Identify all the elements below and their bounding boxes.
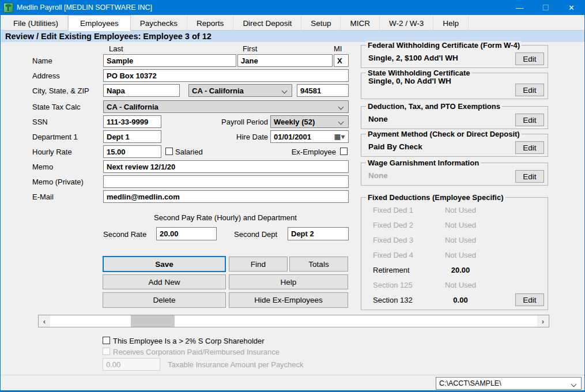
last-column-header: Last [109, 44, 123, 53]
hire-date-label: Hire Date [191, 133, 268, 141]
payroll-period-dropdown[interactable]: Weekly (52) [270, 115, 349, 128]
taxable-insurance-amount-field: 0.00 [103, 358, 160, 371]
corp-insurance-checkbox [103, 348, 110, 355]
section-125-value: Not Used [435, 281, 486, 289]
tab-paychecks[interactable]: Paychecks [131, 16, 187, 31]
exemptions-value: None [368, 115, 388, 123]
chevron-down-icon [338, 104, 344, 110]
ex-employee-checkbox[interactable] [340, 148, 348, 155]
state-withholding-value: Single, 0, No Add'l WH [368, 77, 451, 85]
maximize-button[interactable]: ☐ [533, 0, 558, 15]
exemptions-title: Deduction, Tax, and PTO Exemptions [366, 102, 502, 111]
retirement-label: Retirement [373, 266, 410, 274]
fixed-ded-1-value: Not Used [435, 206, 486, 214]
status-bar: C:\ACCT\SAMPLE\ [1, 375, 584, 390]
s-corp-shareholder-checkbox[interactable] [103, 337, 110, 344]
state-withholding-title: State Withholding Certificate [366, 69, 472, 77]
calendar-icon[interactable]: ▦▾ [334, 133, 345, 141]
close-button[interactable]: ✕ [558, 0, 584, 15]
find-button[interactable]: Find [229, 257, 288, 272]
fixed-ded-4-label: Fixed Ded 4 [373, 251, 413, 259]
federal-withholding-title: Federal Withholding Certificate (Form W-… [366, 41, 522, 50]
state-dropdown-value: CA - California [192, 86, 244, 95]
fixed-ded-1-label: Fixed Ded 1 [373, 206, 413, 214]
data-path-dropdown[interactable]: C:\ACCT\SAMPLE\ [436, 377, 582, 390]
save-button[interactable]: Save [103, 256, 226, 272]
ssn-field[interactable]: 111-33-9999 [103, 115, 161, 128]
tab-file-utilities[interactable]: File (Utilities) [4, 16, 68, 31]
federal-withholding-panel: Federal Withholding Certificate (Form W-… [361, 45, 548, 68]
state-tax-calc-dropdown[interactable]: CA - California [103, 100, 349, 113]
department-field[interactable]: Dept 1 [103, 130, 161, 143]
section-125-label: Section 125 [373, 281, 413, 289]
tab-employees[interactable]: Employees [68, 15, 131, 31]
hourly-rate-label: Hourly Rate [32, 148, 72, 156]
second-rate-field[interactable]: 20.00 [156, 227, 217, 240]
delete-button[interactable]: Delete [103, 292, 226, 308]
hourly-rate-field[interactable]: 15.00 [103, 145, 161, 158]
city-state-zip-label: City, State, & ZIP [32, 86, 89, 95]
hire-date-value: 01/01/2001 [274, 133, 311, 141]
help-button[interactable]: Help [229, 274, 348, 289]
hide-ex-employees-button[interactable]: Hide Ex-Employees [229, 292, 348, 308]
fixed-ded-2-label: Fixed Ded 2 [373, 221, 413, 229]
wage-garnishment-panel: Wage Garnishment Information None Edit [361, 163, 548, 186]
section-132-label: Section 132 [373, 296, 413, 304]
add-new-button[interactable]: Add New [103, 274, 226, 289]
address-field[interactable]: PO Box 10372 [103, 69, 349, 82]
scroll-right-icon[interactable]: › [537, 315, 549, 327]
tab-direct-deposit[interactable]: Direct Deposit [233, 16, 301, 31]
wage-garnishment-edit-button[interactable]: Edit [515, 170, 544, 183]
exemptions-panel: Deduction, Tax, and PTO Exemptions None … [361, 106, 548, 129]
payment-method-edit-button[interactable]: Edit [515, 141, 544, 154]
memo-label: Memo [32, 163, 53, 171]
chevron-down-icon [338, 119, 344, 125]
tab-help[interactable]: Help [433, 16, 469, 31]
fixed-ded-2-value: Not Used [435, 221, 486, 229]
state-withholding-edit-button[interactable]: Edit [515, 84, 544, 96]
middle-initial-field[interactable]: X [334, 54, 349, 67]
scroll-left-icon[interactable]: ‹ [39, 315, 50, 327]
page-header: Review / Edit Existing Employees: Employ… [1, 31, 584, 42]
last-name-field[interactable]: Sample [103, 54, 236, 67]
state-dropdown[interactable]: CA - California [188, 84, 292, 97]
tab-setup[interactable]: Setup [301, 16, 341, 31]
memo-field[interactable]: Next review 12/1/20 [103, 160, 349, 173]
fixed-deductions-title: Fixed Deductions (Employee Specific) [366, 193, 505, 202]
app-icon [3, 3, 13, 13]
exemptions-edit-button[interactable]: Edit [515, 114, 544, 126]
state-tax-calc-value: CA - California [107, 103, 158, 111]
tab-reports[interactable]: Reports [187, 16, 233, 31]
app-window: Medlin Payroll [MEDLIN SOFTWARE INC] — ☐… [0, 0, 585, 392]
mi-column-header: MI [334, 44, 342, 53]
totals-button[interactable]: Totals [289, 257, 348, 272]
retirement-value: 20.00 [435, 266, 486, 274]
address-label: Address [32, 71, 60, 80]
second-rate-label: Second Rate [103, 230, 146, 239]
city-field[interactable]: Napa [103, 84, 180, 97]
hire-date-field[interactable]: 01/01/2001 ▦▾ [270, 130, 349, 143]
first-name-field[interactable]: Jane [237, 54, 333, 67]
minimize-button[interactable]: — [507, 0, 533, 15]
payment-method-value: Paid By Check [368, 142, 422, 151]
federal-withholding-edit-button[interactable]: Edit [515, 52, 544, 65]
memo-private-field[interactable] [103, 175, 349, 188]
fixed-ded-3-value: Not Used [435, 236, 486, 244]
title-bar: Medlin Payroll [MEDLIN SOFTWARE INC] — ☐… [1, 0, 584, 15]
fixed-deductions-edit-button[interactable]: Edit [515, 293, 544, 306]
chevron-down-icon [282, 88, 288, 94]
zip-field[interactable]: 94581 [297, 84, 349, 97]
section-132-value: 0.00 [435, 296, 486, 304]
state-withholding-panel: State Withholding Certificate Single, 0,… [361, 73, 548, 99]
ssn-label: SSN [32, 118, 48, 126]
employee-scrollbar[interactable]: ‹ › [38, 315, 549, 327]
second-dept-field[interactable]: Dept 2 [288, 227, 349, 240]
email-field[interactable]: medlin@medlin.com [103, 190, 349, 203]
chevron-down-icon [571, 382, 577, 387]
second-pay-heading: Second Pay Rate (Hourly) and Department [139, 213, 312, 222]
tab-micr[interactable]: MICR [341, 16, 380, 31]
payroll-period-value: Weekly (52) [274, 118, 315, 126]
scrollbar-thumb[interactable] [131, 315, 175, 327]
tab-w2-w3[interactable]: W-2 / W-3 [380, 16, 433, 31]
salaried-checkbox[interactable] [165, 148, 173, 155]
